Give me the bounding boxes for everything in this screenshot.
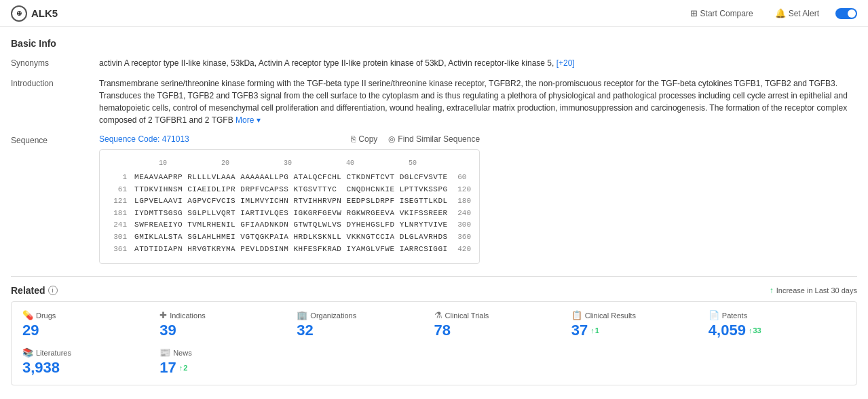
stat-label: ✚ Indications — [159, 310, 297, 320]
synonyms-value: activin A receptor type II-like kinase, … — [99, 57, 857, 69]
stat-value[interactable]: 4,059 ↑33 — [709, 322, 846, 339]
stat-value[interactable]: 37 ↑1 — [571, 322, 709, 339]
stat-label: 🏢 Organizations — [297, 310, 434, 320]
stat-icon: 📋 — [571, 310, 582, 320]
delta-num: 1 — [595, 326, 599, 335]
introduction-label: Introduction — [11, 77, 99, 88]
sequence-line: 361 ATDTIDIAPN HRVGTKRYMA PEVLDDSINM KHF… — [108, 244, 471, 256]
synonyms-more-link[interactable]: [+20] — [556, 58, 575, 68]
sequence-row: Sequence Sequence Code: 471013 ⎘ Copy ◎ … — [11, 134, 857, 268]
seq-residues: SWFREAEIYO TVMLRHENIL GFIAADNKDN GTWTQLW… — [130, 219, 448, 231]
stat-icon: 🏢 — [297, 310, 307, 320]
seq-num-right: 240 — [453, 208, 471, 220]
seq-num-right: 60 — [453, 172, 467, 184]
seq-residues: LGPVELAAVI AGPVCFVCIS IMLMVYICHN RTVIHHR… — [130, 195, 448, 208]
stats-container: 💊 Drugs 29 ✚ Indications 39 🏢 Organizati… — [11, 301, 857, 385]
related-section: Related i ↑ Increase in Last 30 days 💊 D… — [11, 285, 857, 385]
seq-num-right: 360 — [453, 231, 471, 244]
sequence-box: 10 20 30 40 50 1 MEAAVAAPRP RLLLLVLAAA A… — [99, 149, 480, 264]
stat-item: ✚ Indications 39 — [159, 310, 297, 339]
seq-residues: GMIKLALSTA SGLAHLHMEI VGTQGKPAIA HRDLKSK… — [130, 231, 448, 244]
stat-item: 📋 Clinical Results 37 ↑1 — [571, 310, 709, 339]
header-actions: ⊞ Start Compare 🔔 Set Alert — [685, 5, 857, 21]
seq-num-left: 121 — [108, 195, 127, 208]
logo-icon: ⊕ — [11, 5, 27, 22]
seq-residues: TTDKVIHNSM CIAEIDLIPR DRPFVCAPSS KTGSVTT… — [130, 184, 448, 196]
stat-icon: 📄 — [709, 310, 719, 320]
stat-value[interactable]: 17 ↑2 — [159, 359, 297, 377]
stat-label: 📋 Clinical Results — [571, 310, 709, 320]
stat-label: ⚗ Clinical Trials — [434, 310, 571, 320]
start-compare-button[interactable]: ⊞ Start Compare — [685, 5, 759, 21]
stats-row-2: 📚 Literatures 3,938 📰 News 17 ↑2 — [22, 347, 846, 377]
synonyms-label: Synonyms — [11, 57, 99, 68]
stat-icon: 📚 — [22, 347, 33, 358]
stat-delta: ↑1 — [590, 326, 599, 335]
stat-delta: ↑33 — [749, 326, 761, 335]
delta-arrow-icon: ↑ — [749, 326, 753, 335]
seq-num-left: 361 — [108, 244, 127, 256]
seq-num-right: 120 — [453, 184, 471, 196]
main-content: Basic Info Synonyms activin A receptor t… — [0, 27, 868, 399]
sequence-header: Sequence Code: 471013 ⎘ Copy ◎ Find Simi… — [99, 134, 480, 144]
delta-arrow-icon: ↑ — [590, 326, 595, 335]
stat-item-empty — [297, 347, 434, 377]
trend-info: ↑ Increase in Last 30 days — [770, 286, 857, 295]
stat-value[interactable]: 32 — [297, 322, 434, 339]
stat-value[interactable]: 3,938 — [22, 359, 159, 377]
app-header: ⊕ ALK5 ⊞ Start Compare 🔔 Set Alert — [0, 0, 868, 27]
stats-row-1: 💊 Drugs 29 ✚ Indications 39 🏢 Organizati… — [22, 310, 846, 339]
sequence-line: 241 SWFREAEIYO TVMLRHENIL GFIAADNKDN GTW… — [108, 219, 471, 231]
stat-item-empty — [434, 347, 571, 377]
copy-button[interactable]: ⎘ Copy — [351, 134, 377, 144]
delta-num: 33 — [753, 326, 761, 335]
stat-item-empty — [571, 347, 709, 377]
sequence-code-link[interactable]: Sequence Code: 471013 — [99, 134, 189, 144]
stat-item: 💊 Drugs 29 — [22, 310, 159, 339]
stat-icon: 💊 — [22, 310, 33, 320]
seq-num-left: 1 — [108, 172, 127, 184]
stat-icon: ✚ — [159, 310, 167, 320]
seq-num-right: 300 — [453, 219, 471, 231]
stat-label: 📄 Patents — [709, 310, 846, 320]
basic-info-section: Basic Info Synonyms activin A receptor t… — [11, 38, 857, 268]
introduction-value: Transmembrane serine/threonine kinase fo… — [99, 77, 857, 126]
sequence-line: 121 LGPVELAAVI AGPVCFVCIS IMLMVYICHN RTV… — [108, 195, 471, 208]
sequence-line: 181 IYDMTTSGSG SGLPLLVQRT IARTIVLQES IGK… — [108, 208, 471, 220]
trend-arrow-icon: ↑ — [770, 286, 774, 295]
stat-value[interactable]: 29 — [22, 322, 159, 339]
seq-num-left: 181 — [108, 208, 127, 220]
basic-info-title: Basic Info — [11, 38, 857, 49]
sequence-actions: ⎘ Copy ◎ Find Similar Sequence — [351, 134, 480, 144]
stat-label: 📚 Literatures — [22, 347, 159, 358]
find-similar-button[interactable]: ◎ Find Similar Sequence — [388, 134, 480, 144]
seq-num-right: 180 — [453, 195, 471, 208]
sequence-label: Sequence — [11, 134, 99, 145]
delta-arrow-icon: ↑ — [179, 364, 183, 372]
seq-residues: ATDTIDIAPN HRVGTKRYMA PEVLDDSINM KHFESFK… — [130, 244, 448, 256]
related-header: Related i ↑ Increase in Last 30 days — [11, 285, 857, 296]
set-alert-button[interactable]: 🔔 Set Alert — [770, 5, 825, 21]
sequence-line: 301 GMIKLALSTA SGLAHLHMEI VGTQGKPAIA HRD… — [108, 231, 471, 244]
sequence-ruler: 10 20 30 40 50 — [108, 158, 471, 169]
stat-icon: 📰 — [159, 347, 170, 358]
stat-label: 📰 News — [159, 347, 297, 358]
introduction-more-link[interactable]: More ▾ — [235, 115, 261, 125]
stat-item: ⚗ Clinical Trials 78 — [434, 310, 571, 339]
related-info-icon[interactable]: i — [48, 286, 58, 295]
stat-item-empty — [709, 347, 846, 377]
related-title: Related i — [11, 285, 58, 296]
sequence-lines: 1 MEAAVAAPRP RLLLLVLAAA AAAAAALLPG ATALQ… — [108, 172, 471, 255]
section-divider — [11, 276, 857, 277]
find-icon: ◎ — [388, 134, 395, 144]
stat-item: 📰 News 17 ↑2 — [159, 347, 297, 377]
stat-value[interactable]: 78 — [434, 322, 571, 339]
seq-num-right: 420 — [453, 244, 471, 256]
seq-num-left: 301 — [108, 231, 127, 244]
sequence-line: 61 TTDKVIHNSM CIAEIDLIPR DRPFVCAPSS KTGS… — [108, 184, 471, 196]
stat-value[interactable]: 39 — [159, 322, 297, 339]
sequence-line: 1 MEAAVAAPRP RLLLLVLAAA AAAAAALLPG ATALQ… — [108, 172, 471, 184]
app-title: ALK5 — [31, 7, 58, 19]
toggle-switch[interactable] — [835, 8, 857, 19]
stat-item: 📚 Literatures 3,938 — [22, 347, 159, 377]
